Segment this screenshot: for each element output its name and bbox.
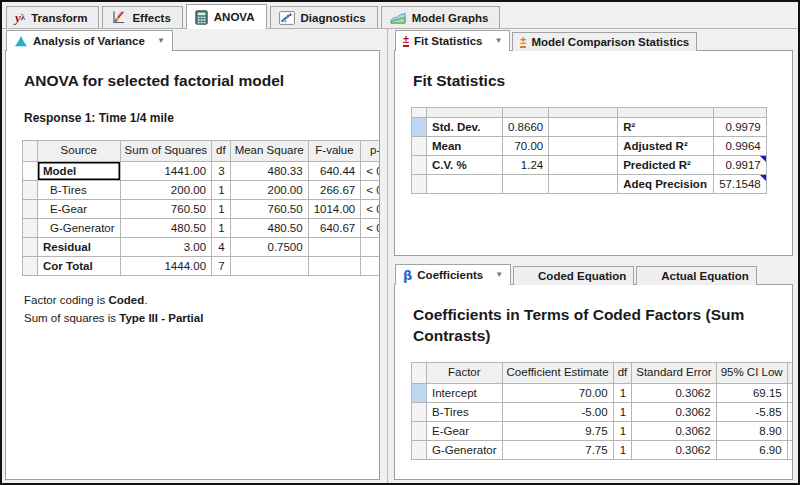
stat-label[interactable]: C.V. % xyxy=(427,155,503,174)
stat-value-with-note-marker[interactable]: 0.9917 xyxy=(714,155,767,174)
cell-source[interactable]: E-Gear xyxy=(38,199,121,218)
row-gutter[interactable] xyxy=(412,136,427,155)
cell[interactable]: 0.3062 xyxy=(632,421,716,440)
row-gutter[interactable] xyxy=(23,237,38,256)
row-gutter-selected[interactable] xyxy=(412,383,427,402)
row-gutter[interactable] xyxy=(412,155,427,174)
cell-source[interactable]: B-Tires xyxy=(38,180,121,199)
tab-model-graphs[interactable]: Model Graphs xyxy=(381,6,501,28)
cell[interactable]: 200.00 xyxy=(230,180,308,199)
cell-source[interactable]: Model xyxy=(38,161,121,180)
cell[interactable]: -5.85 xyxy=(716,402,787,421)
cell[interactable]: 200.00 xyxy=(120,180,211,199)
stat-value[interactable] xyxy=(503,174,549,193)
cell[interactable]: 1014.00 xyxy=(308,199,361,218)
cell[interactable]: -4.15 xyxy=(787,402,793,421)
cell[interactable]: 3 xyxy=(212,161,231,180)
cell[interactable]: 0.3062 xyxy=(632,383,716,402)
cell-factor[interactable]: B-Tires xyxy=(427,402,503,421)
cell[interactable]: < 0.0001 xyxy=(361,199,380,218)
chevron-down-icon[interactable]: ▼ xyxy=(157,37,165,45)
row-gutter[interactable] xyxy=(412,440,427,459)
cell[interactable] xyxy=(308,256,361,275)
row-gutter[interactable] xyxy=(23,218,38,237)
cell[interactable] xyxy=(361,256,380,275)
tab-effects[interactable]: Effects xyxy=(102,6,182,28)
cell[interactable]: 0.3062 xyxy=(632,402,716,421)
cell[interactable]: 69.15 xyxy=(716,383,787,402)
tab-anova[interactable]: ANOVA xyxy=(186,4,267,29)
cell[interactable]: 760.50 xyxy=(230,199,308,218)
cell[interactable]: 4 xyxy=(212,237,231,256)
pane-splitter[interactable] xyxy=(380,29,394,483)
stat-label[interactable]: R² xyxy=(618,117,714,136)
cell[interactable]: 8.60 xyxy=(787,440,793,459)
subtab-analysis-of-variance[interactable]: Analysis of Variance ▼ xyxy=(6,30,173,51)
cell[interactable]: 480.50 xyxy=(120,218,211,237)
cell[interactable]: 1 xyxy=(212,218,231,237)
cell-factor[interactable]: E-Gear xyxy=(427,421,503,440)
stat-value[interactable]: 0.9964 xyxy=(714,136,767,155)
subtab-coefficients[interactable]: β Coefficients ▼ xyxy=(395,264,511,285)
cell-factor[interactable]: G-Generator xyxy=(427,440,503,459)
cell[interactable]: 70.85 xyxy=(787,383,793,402)
cell[interactable]: 1444.00 xyxy=(120,256,211,275)
cell[interactable]: 70.00 xyxy=(502,383,613,402)
cell[interactable]: < 0.0001 xyxy=(361,180,380,199)
tab-diagnostics[interactable]: Diagnostics xyxy=(270,6,378,28)
stat-value[interactable]: 1.24 xyxy=(503,155,549,174)
stat-label[interactable]: Std. Dev. xyxy=(427,117,503,136)
spacer-cell[interactable] xyxy=(549,174,618,193)
cell-source[interactable]: Residual xyxy=(38,237,121,256)
cell[interactable]: 6.90 xyxy=(716,440,787,459)
cell[interactable]: 10.60 xyxy=(787,421,793,440)
row-gutter[interactable] xyxy=(412,421,427,440)
cell[interactable]: 760.50 xyxy=(120,199,211,218)
spacer-cell[interactable] xyxy=(549,155,618,174)
cell-factor[interactable]: Intercept xyxy=(427,383,503,402)
subtab-coded-equation[interactable]: Coded Equation xyxy=(513,266,634,285)
cell-source[interactable]: G-Generator xyxy=(38,218,121,237)
spacer-cell[interactable] xyxy=(549,117,618,136)
cell[interactable]: 480.33 xyxy=(230,161,308,180)
cell[interactable]: 266.67 xyxy=(308,180,361,199)
stat-value-with-note-marker[interactable]: 57.1548 xyxy=(714,174,767,193)
subtab-model-comparison-statistics[interactable]: ± Model Comparison Statistics xyxy=(512,32,697,51)
chevron-down-icon[interactable]: ▼ xyxy=(495,271,503,279)
cell[interactable] xyxy=(361,237,380,256)
cell[interactable]: 1441.00 xyxy=(120,161,211,180)
cell-source[interactable]: Cor Total xyxy=(38,256,121,275)
cell[interactable]: 640.67 xyxy=(308,218,361,237)
spacer-cell[interactable] xyxy=(549,136,618,155)
row-gutter[interactable] xyxy=(23,161,38,180)
cell[interactable]: 1 xyxy=(212,180,231,199)
cell[interactable]: 480.50 xyxy=(230,218,308,237)
stat-value[interactable]: 0.9979 xyxy=(714,117,767,136)
row-gutter[interactable] xyxy=(23,180,38,199)
row-gutter[interactable] xyxy=(412,402,427,421)
cell[interactable]: < 0.0001 xyxy=(361,218,380,237)
tab-transform[interactable]: yλ Transform xyxy=(6,6,99,28)
chevron-down-icon[interactable]: ▼ xyxy=(494,37,502,45)
stat-value[interactable]: 70.00 xyxy=(503,136,549,155)
stat-label[interactable]: Adeq Precision xyxy=(618,174,714,193)
row-gutter[interactable] xyxy=(412,174,427,193)
stat-label[interactable]: Mean xyxy=(427,136,503,155)
cell[interactable]: 7 xyxy=(212,256,231,275)
cell[interactable] xyxy=(230,256,308,275)
row-gutter[interactable] xyxy=(23,256,38,275)
stat-label[interactable]: Adjusted R² xyxy=(618,136,714,155)
cell[interactable]: 1 xyxy=(613,383,632,402)
cell[interactable] xyxy=(308,237,361,256)
cell[interactable]: 1 xyxy=(613,440,632,459)
cell[interactable]: 1 xyxy=(613,402,632,421)
cell[interactable]: 0.3062 xyxy=(632,440,716,459)
subtab-actual-equation[interactable]: Actual Equation xyxy=(636,266,757,285)
cell[interactable]: 640.44 xyxy=(308,161,361,180)
stat-value[interactable]: 0.8660 xyxy=(503,117,549,136)
cell[interactable]: 9.75 xyxy=(502,421,613,440)
stat-label[interactable]: Predicted R² xyxy=(618,155,714,174)
cell[interactable]: 7.75 xyxy=(502,440,613,459)
cell[interactable]: 3.00 xyxy=(120,237,211,256)
cell[interactable]: -5.00 xyxy=(502,402,613,421)
